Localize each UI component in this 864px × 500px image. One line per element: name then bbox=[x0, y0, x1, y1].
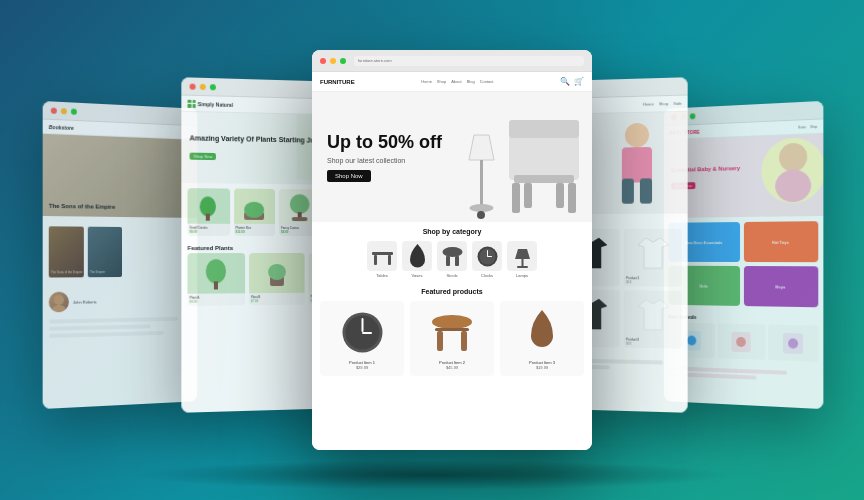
category-table-label: Tables bbox=[376, 273, 388, 278]
dot-red bbox=[51, 107, 57, 113]
svg-rect-31 bbox=[524, 183, 532, 208]
dot-green bbox=[71, 108, 77, 114]
nursery-cat-boys-label: Boys bbox=[776, 284, 786, 289]
cart-icon[interactable]: 🛒 bbox=[574, 77, 584, 86]
plant-product-1-img bbox=[187, 188, 229, 224]
svg-rect-51 bbox=[435, 328, 469, 331]
center-nav-links: Home Shop About Blog Contact bbox=[361, 79, 554, 84]
category-clock-label: Clocks bbox=[481, 273, 493, 278]
fashion-nav-sale: Sale bbox=[673, 101, 681, 106]
plants-shop-btn[interactable]: Shop Now bbox=[190, 152, 217, 160]
svg-point-11 bbox=[290, 194, 310, 214]
center-url-bar: furniture-store.com bbox=[354, 56, 584, 66]
center-nav: FURNITURE Home Shop About Blog Contact 🔍… bbox=[312, 72, 592, 92]
plant-product-2-info: Planter Box $12.00 bbox=[234, 224, 275, 236]
featured-item-1-price: $29.99 bbox=[356, 365, 368, 370]
nursery-bottom bbox=[664, 360, 823, 388]
plant-product-1-info: Small Cactus $6.00 bbox=[187, 224, 229, 236]
author-avatar bbox=[49, 292, 69, 313]
blog-logo: Bookstore bbox=[49, 123, 74, 130]
category-lamp-icon bbox=[507, 241, 537, 271]
featured-item-1: Product Item 1 $29.99 bbox=[320, 301, 404, 376]
featured-section-title: Featured products bbox=[320, 288, 584, 295]
svg-rect-28 bbox=[509, 120, 579, 138]
tshirt-3-info: Product 3 $18 bbox=[624, 274, 681, 286]
featured-grid: Product Item 1 $29.99 bbox=[320, 301, 584, 376]
dot-yellow-center bbox=[330, 58, 336, 64]
svg-rect-34 bbox=[374, 255, 377, 265]
blog-hero: The Sons of the Empire bbox=[43, 134, 198, 218]
center-nav-contact: Contact bbox=[480, 79, 494, 84]
plants-hero-title: Amazing Variety Of Plants Starting Just … bbox=[190, 133, 331, 145]
svg-rect-26 bbox=[509, 135, 579, 180]
svg-rect-58 bbox=[640, 178, 652, 203]
svg-point-24 bbox=[470, 204, 494, 212]
browser-center: furniture-store.com FURNITURE Home Shop … bbox=[312, 50, 592, 450]
tshirt-6-price: $23 bbox=[626, 342, 679, 347]
arrivals-grid bbox=[668, 322, 818, 361]
fashion-nav-home: Home bbox=[643, 101, 654, 106]
category-clock: Clocks bbox=[472, 241, 502, 278]
showcase-container: Bookstore The Sons of the Empire The Son… bbox=[22, 20, 842, 480]
featured-item-3-price: $19.99 bbox=[536, 365, 548, 370]
svg-rect-41 bbox=[487, 250, 488, 256]
center-shop-btn[interactable]: Shop Now bbox=[327, 170, 371, 182]
category-stool-icon bbox=[437, 241, 467, 271]
center-hero-subtitle: Shop our latest collection bbox=[327, 157, 442, 164]
nursery-nav-shop: Shop bbox=[810, 124, 817, 128]
svg-rect-37 bbox=[446, 256, 450, 266]
category-decor-icon bbox=[402, 241, 432, 271]
svg-marker-43 bbox=[515, 249, 530, 259]
center-nav-home: Home bbox=[421, 79, 432, 84]
plant-product-1: Small Cactus $6.00 bbox=[187, 188, 229, 236]
blog-hero-title: The Sons of the Empire bbox=[49, 203, 115, 212]
center-hero: Up to 50% off Shop our latest collection… bbox=[312, 92, 592, 222]
category-table-icon bbox=[367, 241, 397, 271]
book-text-2: The Empire bbox=[90, 270, 105, 274]
plants-logo-icon bbox=[187, 99, 195, 107]
new-arrivals-section: New Arrivals bbox=[664, 310, 823, 366]
nursery-hero: Essential Baby & Nursery Shop Now bbox=[664, 134, 823, 218]
dot-red-2 bbox=[190, 83, 196, 89]
center-hero-text: Up to 50% off Shop our latest collection… bbox=[312, 117, 457, 197]
category-stool-label: Stools bbox=[446, 273, 457, 278]
nursery-site-content: BABY STORE Home Shop Essentia bbox=[664, 119, 823, 409]
nursery-cat-girls-label: Girls bbox=[699, 283, 708, 288]
svg-point-36 bbox=[442, 247, 462, 257]
svg-rect-56 bbox=[622, 147, 652, 183]
logo-sq-1 bbox=[187, 99, 191, 103]
svg-rect-52 bbox=[437, 331, 443, 351]
category-table: Tables bbox=[367, 241, 397, 278]
blog-site-content: Bookstore The Sons of the Empire The Son… bbox=[43, 119, 198, 408]
category-grid: Tables Vases bbox=[320, 241, 584, 278]
center-site-content: FURNITURE Home Shop About Blog Contact 🔍… bbox=[312, 72, 592, 450]
dot-green-center bbox=[340, 58, 346, 64]
svg-rect-48 bbox=[361, 318, 363, 332]
blog-line-3 bbox=[49, 331, 165, 338]
book-cover-1: The Sons of the Empire bbox=[49, 226, 84, 277]
svg-rect-38 bbox=[455, 256, 459, 266]
featured-section: Featured products Product Item 1 bbox=[312, 284, 592, 380]
nursery-categories: New Born Essentials Hot Toys Girls Boys bbox=[664, 216, 823, 313]
center-hero-products bbox=[464, 100, 584, 220]
dot-green-far-right bbox=[690, 113, 696, 119]
plant-product-2-img bbox=[234, 189, 275, 224]
category-stool: Stools bbox=[437, 241, 467, 278]
category-decor: Vases bbox=[402, 241, 432, 278]
tshirt-6: Product 6 $23 bbox=[624, 290, 681, 348]
plants-feat-1-img bbox=[187, 253, 244, 294]
svg-point-16 bbox=[206, 259, 226, 283]
nursery-nav-home: Home bbox=[798, 125, 806, 129]
search-icon[interactable]: 🔍 bbox=[560, 77, 570, 86]
dot-green-2 bbox=[210, 84, 216, 90]
svg-rect-30 bbox=[568, 183, 576, 213]
arrival-2 bbox=[718, 323, 766, 359]
tshirt-3-img bbox=[624, 229, 681, 275]
nursery-cat-newborn-label: New Born Essentials bbox=[685, 240, 722, 245]
svg-rect-57 bbox=[622, 179, 634, 204]
featured-item-3: Product Item 3 $19.99 bbox=[500, 301, 584, 376]
plant-2-price: $12.00 bbox=[236, 230, 273, 234]
svg-rect-49 bbox=[362, 332, 372, 334]
center-nav-blog: Blog bbox=[467, 79, 475, 84]
svg-rect-33 bbox=[372, 252, 393, 255]
